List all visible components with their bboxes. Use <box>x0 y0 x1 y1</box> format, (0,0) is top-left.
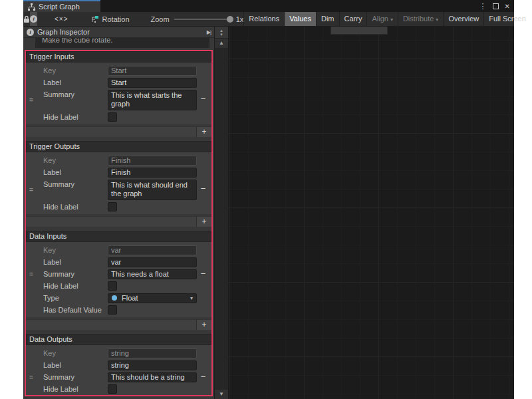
maximize-icon[interactable] <box>493 3 499 9</box>
lock-button[interactable] <box>23 12 30 26</box>
label-row: Label var <box>26 256 211 268</box>
remove-button[interactable]: − <box>197 268 209 280</box>
label-label: Label <box>43 168 108 178</box>
window-controls: ⋮ ✕ <box>479 0 510 12</box>
chevron-down-icon: ▾ <box>390 17 393 23</box>
screenshot-root: Script Graph ⋮ ✕ i <×> <box>0 0 532 399</box>
section-body: Key Finish Label Finish = Summary <box>26 152 211 214</box>
hide-label-checkbox[interactable] <box>108 202 117 211</box>
summary-row: = Summary This is what should end the gr… <box>26 178 211 201</box>
type-color-dot <box>112 295 117 301</box>
drag-handle-icon[interactable]: = <box>29 186 33 194</box>
type-dropdown[interactable]: String ▾ <box>108 396 197 397</box>
summary-textarea[interactable]: This is what starts the graph <box>108 90 197 110</box>
drag-handle-icon[interactable]: = <box>29 96 33 104</box>
zoom-value: 1x <box>236 15 244 23</box>
scroll-down-button[interactable]: ▼ <box>215 390 228 399</box>
label-input[interactable]: Finish <box>108 168 197 178</box>
drag-handle-icon[interactable]: = <box>29 271 33 278</box>
label-input[interactable]: var <box>108 257 197 267</box>
hide-label-row: Hide Label <box>26 201 211 213</box>
key-label: Key <box>43 156 108 166</box>
graph-inspector-header: i Graph Inspector ▶] <box>23 27 214 38</box>
close-icon[interactable]: ✕ <box>505 3 510 10</box>
summary-input[interactable]: This needs a float <box>108 269 197 279</box>
relations-button[interactable]: Relations <box>243 12 284 26</box>
section-data-inputs: Data Inputs Key var Label var <box>26 231 211 334</box>
type-dropdown[interactable]: Float ▾ <box>108 293 197 303</box>
summary-textarea[interactable]: This is what should end the graph <box>108 180 197 200</box>
hide-label-checkbox[interactable] <box>108 281 117 291</box>
hide-label-checkbox[interactable] <box>108 112 117 122</box>
hide-label-row: Hide Label <box>26 280 211 292</box>
script-graph-window: Script Graph ⋮ ✕ i <×> <box>23 0 514 399</box>
values-button[interactable]: Values <box>284 12 316 26</box>
dim-button[interactable]: Dim <box>316 12 339 26</box>
key-label: Key <box>43 245 108 255</box>
summary-label: Summary <box>43 90 108 100</box>
carry-button[interactable]: Carry <box>339 12 367 26</box>
graph-canvas[interactable] <box>228 27 514 399</box>
add-button[interactable]: + <box>196 217 211 227</box>
zoom-slider-handle[interactable] <box>227 16 233 23</box>
graph-summary-text: Make the cube rotate. <box>42 38 112 46</box>
graph-summary-field[interactable]: Make the cube rotate. <box>35 38 209 48</box>
summary-row: = Summary This is what starts the graph … <box>26 88 211 111</box>
add-row: + <box>26 319 211 330</box>
key-label: Key <box>43 348 108 358</box>
full-screen-button[interactable]: Full Screen <box>483 12 531 26</box>
graph-node-partial[interactable] <box>331 27 388 35</box>
label-label: Label <box>43 78 108 88</box>
inspector-toggle-button[interactable]: i <box>30 12 37 26</box>
key-row: Key var <box>26 244 211 256</box>
add-button[interactable]: + <box>196 127 211 137</box>
type-label: Type <box>43 396 108 397</box>
label-input[interactable]: Start <box>108 78 197 88</box>
graph-toolbar: i <×> Rotation Zoom 1x Relations <box>23 12 514 27</box>
distribute-dropdown[interactable]: Distribute▾ <box>398 12 443 26</box>
drag-handle-icon[interactable]: = <box>29 374 33 381</box>
type-row: Type Float ▾ <box>26 292 211 304</box>
lock-icon <box>23 15 30 23</box>
hide-label-row: Hide Label <box>26 111 211 123</box>
remove-button[interactable]: − <box>197 371 209 383</box>
summary-input[interactable]: This should be a string <box>108 372 197 382</box>
key-input: Start <box>108 66 197 76</box>
popout-icon[interactable]: ▶] <box>207 29 211 35</box>
hide-label-label: Hide Label <box>43 202 108 212</box>
code-view-button[interactable]: <×> <box>55 15 68 23</box>
inspector-scrollbar[interactable]: ▲ ▼ ▲ ▼ <box>214 27 228 399</box>
zoom-label: Zoom <box>151 15 170 23</box>
remove-button[interactable]: − <box>197 180 209 198</box>
hide-label-checkbox[interactable] <box>108 384 117 394</box>
scroll-track[interactable] <box>215 48 228 390</box>
section-header: Data Outputs <box>26 334 211 345</box>
window-menu-icon[interactable]: ⋮ <box>479 2 487 11</box>
remove-button[interactable]: − <box>197 90 209 108</box>
scroll-up-button[interactable]: ▲ <box>215 39 228 48</box>
graph-breadcrumb[interactable]: Rotation <box>84 15 136 23</box>
section-header: Trigger Inputs <box>26 51 211 63</box>
label-input[interactable]: string <box>108 360 197 370</box>
key-row: Key Start <box>26 65 211 76</box>
overview-button[interactable]: Overview <box>443 12 483 26</box>
zoom-slider[interactable] <box>174 19 231 20</box>
summary-label: Summary <box>43 372 108 382</box>
key-input: string <box>108 348 197 358</box>
section-header: Trigger Outputs <box>26 141 211 152</box>
info-icon: i <box>30 15 37 23</box>
type-row: Type String ▾ <box>26 395 211 396</box>
info-icon: i <box>27 29 34 36</box>
graph-inspector-panel: Make the cube rotate. Trigger Inputs Key… <box>23 38 214 399</box>
align-dropdown[interactable]: Align▾ <box>366 12 397 26</box>
label-row: Label string <box>26 359 211 371</box>
graph-name: Rotation <box>102 15 130 23</box>
has-default-checkbox[interactable] <box>108 305 117 315</box>
inspector-title: Graph Inspector <box>37 28 90 36</box>
add-button[interactable]: + <box>196 320 211 330</box>
has-default-label: Has Default Value <box>43 305 108 315</box>
tab-script-graph[interactable]: Script Graph <box>23 0 100 12</box>
scroll-spinner[interactable]: ▲ ▼ <box>215 27 228 39</box>
section-data-outputs: Data Outputs Key string Label string <box>26 334 211 396</box>
spinner-down-icon[interactable]: ▼ <box>219 33 223 37</box>
